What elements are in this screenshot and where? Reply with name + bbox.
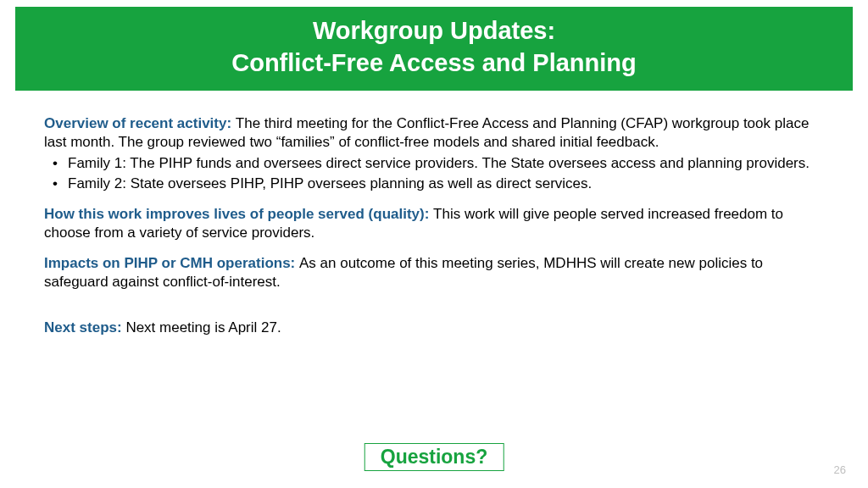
overview-label: Overview of recent activity:	[44, 115, 236, 131]
overview-section: Overview of recent activity: The third m…	[44, 114, 824, 192]
overview-bullets: Family 1: The PIHP funds and oversees di…	[44, 154, 824, 193]
nextsteps-section: Next steps: Next meeting is April 27.	[44, 319, 824, 337]
quality-label: How this work improves lives of people s…	[44, 206, 433, 222]
questions-callout: Questions?	[364, 443, 504, 471]
list-item: Family 2: State oversees PIHP, PIHP over…	[49, 175, 824, 193]
list-item: Family 1: The PIHP funds and oversees di…	[49, 154, 824, 173]
slide-title-banner: Workgroup Updates: Conflict-Free Access …	[15, 7, 853, 91]
quality-section: How this work improves lives of people s…	[44, 205, 824, 242]
impacts-label: Impacts on PIHP or CMH operations:	[44, 255, 299, 271]
slide-content: Overview of recent activity: The third m…	[0, 91, 868, 337]
nextsteps-text: Next meeting is April 27.	[125, 319, 281, 336]
title-line-2: Conflict-Free Access and Planning	[32, 47, 836, 80]
title-line-1: Workgroup Updates:	[32, 15, 836, 47]
page-number: 26	[834, 463, 846, 476]
nextsteps-label: Next steps:	[44, 319, 125, 336]
impacts-section: Impacts on PIHP or CMH operations: As an…	[44, 254, 824, 291]
